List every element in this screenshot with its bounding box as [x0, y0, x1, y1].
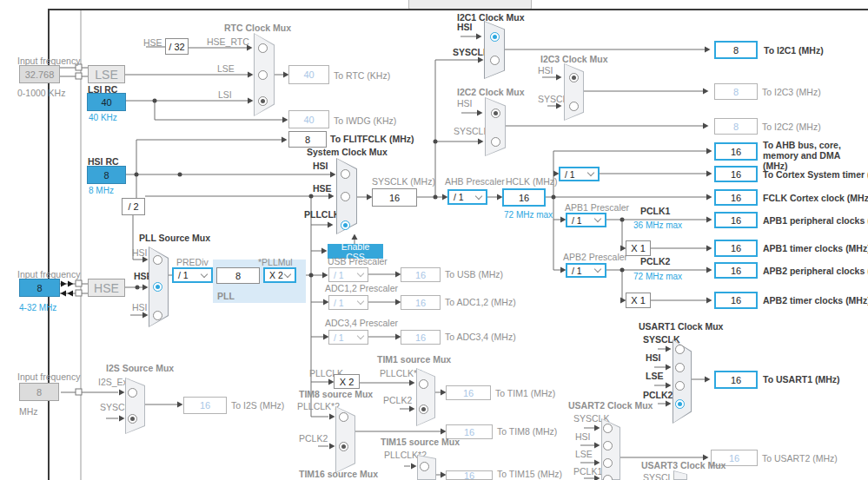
i2s-mux-radio-sysclk[interactable] [128, 414, 137, 424]
i2c1-clock-mux [484, 21, 505, 79]
hse-input-frequency-field[interactable]: 8 [19, 279, 60, 297]
apb2-prescaler-value: / 1 [572, 266, 582, 276]
i2c2-mux-radio-hsi[interactable] [491, 108, 500, 118]
hse-oscillator-box: HSE [88, 279, 125, 297]
rtc-hse-label: HSE [143, 37, 162, 48]
pll-mux-radio-hsi-top[interactable] [153, 255, 162, 265]
usart1-mux-radio-lse[interactable] [675, 381, 685, 391]
clock-configuration-canvas: Input frequency 32.768 0-1000 KHz LSE LS… [0, 0, 868, 480]
tim15-output-label: To TIM15 (MHz) [497, 469, 562, 479]
adc12-output-value: 16 [401, 295, 441, 310]
pllmul-value: X 2 [269, 270, 283, 280]
apb2-timer-output-value[interactable]: 16 [714, 292, 758, 309]
ahb-prescaler-dropdown[interactable]: / 1 [447, 189, 487, 205]
tim-x2-box: X 2 [334, 374, 360, 389]
cortex-prescaler-value: / 1 [565, 169, 575, 180]
i2c3-mux-radio-hsi[interactable] [569, 73, 579, 82]
usart1-mux-radio-hsi[interactable] [675, 363, 685, 372]
i2c3-output-label: To I2C3 (MHz) [762, 87, 821, 97]
chevron-down-icon [587, 169, 594, 176]
fclk-output-value[interactable]: 16 [714, 189, 758, 206]
usart2-mux-radio-lse[interactable] [603, 458, 613, 468]
i2c1-output-value[interactable]: 8 [714, 41, 758, 59]
cortex-timer-output-label: To Cortex System timer (MHz) [763, 169, 868, 180]
iwdg-output-label: To IWDG (KHz) [334, 115, 396, 126]
usart1-output-value[interactable]: 16 [714, 371, 758, 389]
sysmux-radio-hse[interactable] [341, 192, 350, 201]
i2c3-clock-mux [564, 63, 584, 121]
lse-oscillator-box: LSE [88, 65, 125, 83]
apb1-timer-mult-box: X 1 [626, 240, 651, 256]
sysclk-value: 16 [372, 188, 417, 207]
apb1-peripheral-output-value[interactable]: 16 [714, 212, 758, 228]
i2c2-mux-radio-sysclk[interactable] [491, 137, 500, 147]
usart2-hsi-label: HSI [575, 431, 591, 442]
rtc-mux-radio-lse[interactable] [258, 70, 268, 80]
i2s-source-mux-title: I2S Source Mux [106, 363, 174, 373]
rtc-clock-mux-title: RTC Clock Mux [224, 23, 291, 33]
usart2-mux-radio-sysclk[interactable] [603, 424, 613, 433]
hclk-value[interactable]: 16 [502, 188, 546, 207]
tim8-mux-radio-pllclk2[interactable] [339, 412, 348, 422]
i2c1-hsi-label: HSI [457, 22, 473, 32]
pclk2-max-label: 72 MHz max [633, 272, 682, 281]
rtc-mux-radio-hse-rtc[interactable] [258, 43, 268, 53]
fclk-output-label: FCLK Cortex clock (MHz) [763, 193, 868, 203]
pll-mux-radio-hse[interactable] [153, 282, 162, 292]
chevron-down-icon [475, 192, 482, 199]
i2s-input-frequency-label: Input frequency [17, 372, 80, 382]
tim8-pllclk2-label: PLLCLK*2 [297, 401, 340, 411]
apb2-peripheral-output-value[interactable]: 16 [714, 262, 758, 279]
tim8-output-label: To TIM8 (MHz) [497, 426, 557, 437]
usart2-mux-radio-pclk1[interactable] [603, 475, 613, 480]
tim8-source-mux-title: TIM8 source Mux [299, 389, 373, 399]
adc34-output-value: 16 [401, 330, 441, 345]
prediv-dropdown[interactable]: / 1 [172, 267, 213, 283]
pllmul-dropdown[interactable]: X 2 [263, 267, 296, 283]
tim8-mux-radio-pclk2[interactable] [339, 442, 348, 451]
tim15-output-value: 16 [446, 470, 493, 480]
tim1-mux-radio-pclk2[interactable] [419, 404, 428, 414]
prediv-value: / 1 [178, 270, 189, 280]
cortex-prescaler-dropdown[interactable]: / 1 [559, 167, 600, 181]
rtc-mux-radio-lsi[interactable] [258, 96, 268, 106]
pll-mux-radio-hsi-bottom[interactable] [153, 311, 162, 320]
sysmux-hsi-label: HSI [313, 161, 328, 171]
chevron-down-icon [201, 270, 208, 277]
ahb-bus-output-value[interactable]: 16 [714, 142, 758, 161]
tim15-source-mux-title: TIM15 source Mux [381, 437, 460, 447]
flitfclk-output-value: 8 [288, 131, 327, 148]
system-clock-mux-title: System Clock Mux [307, 147, 388, 157]
usart1-clock-mux-title: USART1 Clock Mux [639, 321, 723, 332]
i2s-mux-radio-ext[interactable] [128, 388, 137, 398]
i2c1-mux-radio-hsi[interactable] [490, 32, 500, 42]
apb2-prescaler-label: APB2 Prescaler [563, 252, 627, 262]
tim15-mux-radio-pllclk2[interactable] [420, 462, 429, 471]
usart1-mux-radio-pclk2[interactable] [675, 399, 685, 409]
usart2-output-label: To USART2 (MHz) [762, 453, 838, 464]
cortex-timer-output-value[interactable]: 16 [714, 166, 758, 182]
usart3-clock-mux [673, 470, 687, 480]
apb1-timer-output-value[interactable]: 16 [714, 240, 758, 257]
tim1-mux-radio-pllclk2[interactable] [419, 379, 428, 389]
hsi-rc-box[interactable]: 8 [87, 166, 126, 184]
apb1-prescaler-dropdown[interactable]: / 1 [566, 213, 606, 227]
i2c1-mux-radio-sysclk[interactable] [490, 56, 500, 65]
sysmux-radio-hsi[interactable] [341, 169, 350, 179]
pll-hsi-bottom-label: HSI [132, 302, 148, 312]
sysmux-radio-pllclk[interactable] [341, 220, 350, 230]
usart2-pclk1-label: PCLK1 [573, 466, 602, 477]
apb2-timer-output-label: APB2 timer clocks (MHz) [763, 295, 868, 306]
usart1-hsi-label: HSI [646, 352, 661, 363]
adc12-prescaler-label: ADC1,2 Prescaler [325, 283, 398, 293]
usart1-mux-radio-sysclk[interactable] [675, 345, 685, 354]
usart2-mux-radio-hsi[interactable] [603, 441, 613, 450]
i2c3-mux-radio-sysclk[interactable] [569, 102, 579, 111]
pclk2-label: PCLK2 [640, 256, 670, 266]
i2c1-output-label: To I2C1 (MHz) [764, 45, 824, 56]
lsi-rc-box[interactable]: 40 [87, 93, 126, 111]
hclk-label: HCLK (MHz) [506, 176, 558, 187]
apb2-peripheral-output-label: APB2 peripheral clocks (MHz) [763, 266, 868, 276]
i2c2-sysclk-label: SYSCLK [454, 126, 489, 136]
apb2-prescaler-dropdown[interactable]: / 1 [566, 263, 606, 278]
